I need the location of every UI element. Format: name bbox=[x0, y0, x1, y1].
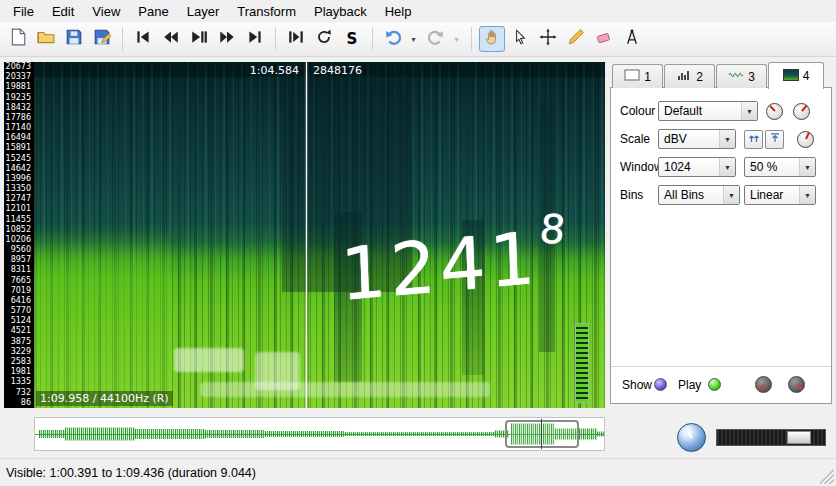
rewind-to-start-button[interactable] bbox=[130, 26, 156, 52]
visible-region-box[interactable] bbox=[505, 420, 579, 448]
redo-history-dropdown[interactable]: ▾ bbox=[450, 26, 463, 52]
menu-item[interactable]: Help bbox=[376, 2, 421, 21]
playback-gain-knob[interactable] bbox=[755, 376, 772, 393]
fast-forward-to-end-button[interactable] bbox=[242, 26, 268, 52]
rewind-icon bbox=[162, 28, 180, 50]
fast-forward-button[interactable] bbox=[214, 26, 240, 52]
white-annotation-smudge bbox=[255, 352, 300, 390]
frequency-tick-label: 16494 bbox=[6, 134, 31, 142]
colour-label: Colour bbox=[620, 104, 655, 118]
waveform bbox=[135, 429, 205, 439]
playback-speed-fader[interactable] bbox=[716, 429, 826, 446]
bins-scale-select[interactable]: Linear ▼ bbox=[744, 185, 816, 205]
redo-button[interactable] bbox=[423, 26, 449, 52]
bins-scale-value: Linear bbox=[750, 188, 783, 202]
waveform bbox=[205, 430, 265, 438]
play-toggle-led[interactable] bbox=[708, 378, 721, 391]
frequency-tick-label: 3229 bbox=[11, 348, 31, 356]
edit-tool-button[interactable] bbox=[535, 26, 561, 52]
measure-tool-button[interactable] bbox=[619, 26, 645, 52]
move-crosshair-icon bbox=[539, 28, 557, 50]
save-session-button[interactable] bbox=[61, 26, 87, 52]
frequency-axis: 2067320337198811923518432177861714016494… bbox=[4, 62, 34, 408]
bins-select[interactable]: All Bins ▼ bbox=[658, 185, 740, 205]
tab-layer-4[interactable]: 4 bbox=[768, 62, 824, 89]
menu-item[interactable]: Playback bbox=[305, 2, 376, 21]
property-panel: 1 2 3 4 Colour Default ▼ bbox=[610, 62, 832, 404]
frequency-tick-label: 8957 bbox=[11, 256, 31, 264]
loop-playback-button[interactable] bbox=[311, 26, 337, 52]
menu-item[interactable]: Transform bbox=[228, 2, 305, 21]
new-session-button[interactable] bbox=[5, 26, 31, 52]
frequency-tick-label: 9560 bbox=[11, 246, 31, 254]
chevron-down-icon: ▼ bbox=[719, 130, 735, 148]
open-file-button[interactable] bbox=[33, 26, 59, 52]
waveform bbox=[345, 432, 445, 436]
colour-rotate-knob[interactable] bbox=[766, 103, 783, 120]
toolbar-separator bbox=[275, 27, 276, 51]
loop-arrow-icon bbox=[315, 28, 333, 50]
cursor-time-label: 1:04.584 bbox=[34, 64, 299, 77]
erase-tool-button[interactable] bbox=[591, 26, 617, 52]
select-tool-button[interactable] bbox=[507, 26, 533, 52]
frequency-tick-label: 8311 bbox=[11, 266, 31, 274]
chevron-down-icon: ▼ bbox=[741, 102, 757, 120]
spectrogram-view[interactable]: 1:04.584 2848176 12418 1:09.958 / 44100H… bbox=[34, 62, 605, 408]
rewind-button[interactable] bbox=[158, 26, 184, 52]
open-folder-icon bbox=[37, 28, 55, 50]
toolbar-separator bbox=[372, 27, 373, 51]
redo-arrow-icon bbox=[427, 28, 445, 50]
window-overlap-select[interactable]: 50 % ▼ bbox=[744, 157, 816, 177]
frequency-tick-label: 7019 bbox=[11, 287, 31, 295]
frequency-tick-label: 15891 bbox=[6, 144, 31, 152]
menu-item[interactable]: Layer bbox=[178, 2, 229, 21]
save-session-as-button[interactable] bbox=[89, 26, 115, 52]
frequency-tick-label: 86 bbox=[21, 399, 31, 407]
chevron-down-icon: ▼ bbox=[799, 186, 815, 204]
play-pause-button[interactable] bbox=[186, 26, 212, 52]
frequency-tick-label: 17140 bbox=[6, 124, 31, 132]
waveform bbox=[265, 431, 345, 437]
bins-label: Bins bbox=[620, 188, 643, 202]
solo-current-pane-button[interactable]: S bbox=[339, 26, 365, 52]
menu-item[interactable]: Pane bbox=[129, 2, 177, 21]
show-toggle-led[interactable] bbox=[654, 378, 667, 391]
toolbar-separator bbox=[122, 27, 123, 51]
undo-history-dropdown[interactable]: ▾ bbox=[407, 26, 420, 52]
pencil-icon bbox=[567, 28, 585, 50]
colour-contrast-knob[interactable] bbox=[797, 131, 814, 148]
resize-grip[interactable] bbox=[820, 470, 834, 484]
visible-range-text: Visible: 1:00.391 to 1:09.436 (duration … bbox=[6, 466, 256, 480]
tab-layer-2[interactable]: 2 bbox=[664, 64, 715, 88]
window-overlap-value: 50 % bbox=[750, 160, 777, 174]
hand-icon bbox=[483, 28, 501, 50]
frequency-tick-label: 7665 bbox=[11, 277, 31, 285]
constrain-playback-to-selection-button[interactable] bbox=[283, 26, 309, 52]
menu-item[interactable]: Edit bbox=[43, 2, 83, 21]
scale-value: dBV bbox=[664, 132, 687, 146]
tab-layer-3[interactable]: 3 bbox=[716, 64, 767, 88]
gain-knob[interactable] bbox=[793, 103, 810, 120]
frequency-tick-label: 732 bbox=[16, 389, 31, 397]
overview-strip[interactable] bbox=[34, 417, 605, 451]
undo-button[interactable] bbox=[380, 26, 406, 52]
pane-layer-icon bbox=[624, 69, 640, 84]
colour-select[interactable]: Default ▼ bbox=[658, 101, 758, 121]
fader-handle[interactable] bbox=[787, 431, 811, 444]
master-volume-knob[interactable] bbox=[677, 423, 706, 452]
scale-label: Scale bbox=[620, 132, 650, 146]
play-label: Play bbox=[678, 378, 701, 392]
window-size-select[interactable]: 1024 ▼ bbox=[658, 157, 736, 177]
normalize-columns-button[interactable] bbox=[744, 130, 763, 149]
playback-pan-knob[interactable] bbox=[788, 376, 805, 393]
menu-item[interactable]: View bbox=[83, 2, 129, 21]
frequency-tick-label: 17786 bbox=[6, 114, 31, 122]
menu-item[interactable]: File bbox=[4, 2, 43, 21]
tab-layer-1[interactable]: 1 bbox=[612, 64, 663, 88]
navigate-tool-button[interactable] bbox=[479, 26, 505, 52]
normalize-visible-button[interactable] bbox=[765, 130, 784, 149]
draw-tool-button[interactable] bbox=[563, 26, 589, 52]
cursor-arrow-icon bbox=[511, 28, 529, 50]
undo-arrow-icon bbox=[384, 28, 402, 50]
scale-select[interactable]: dBV ▼ bbox=[658, 129, 736, 149]
